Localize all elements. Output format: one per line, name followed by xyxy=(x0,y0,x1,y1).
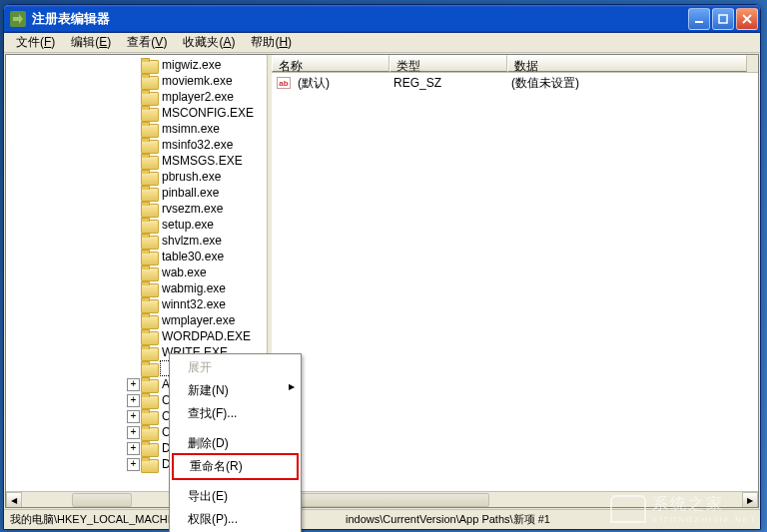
tree-label: pinball.exe xyxy=(160,186,221,200)
expander-plus-icon[interactable]: + xyxy=(127,394,140,407)
tree-item[interactable]: migwiz.exe xyxy=(6,57,267,73)
folder-icon xyxy=(141,202,157,216)
tree-item[interactable]: rvsezm.exe xyxy=(6,201,267,217)
tree-label: winnt32.exe xyxy=(160,297,228,311)
tree-item[interactable]: wab.exe xyxy=(6,265,267,280)
regedit-icon xyxy=(10,11,26,27)
svg-rect-1 xyxy=(719,15,727,23)
context-menu-item[interactable]: 导出(E) xyxy=(172,485,299,508)
tree-item[interactable]: shvlzm.exe xyxy=(6,233,267,249)
menu-帮助[interactable]: 帮助(H) xyxy=(243,32,300,53)
folder-icon xyxy=(141,58,157,72)
folder-icon xyxy=(141,297,157,311)
column-header[interactable]: 类型 xyxy=(389,55,507,72)
folder-icon xyxy=(141,138,157,152)
list-pane: 名称类型数据 ab(默认)REG_SZ(数值未设置) ◀ ▶ xyxy=(272,55,758,507)
tree-label: wmplayer.exe xyxy=(160,313,237,327)
tree-item[interactable]: wabmig.exe xyxy=(6,280,267,296)
tree-item[interactable]: WORDPAD.EXE xyxy=(6,328,267,344)
list-body[interactable]: ab(默认)REG_SZ(数值未设置) xyxy=(272,73,758,491)
tree-item[interactable]: MSMSGS.EXE xyxy=(6,153,267,169)
window-title: 注册表编辑器 xyxy=(32,10,688,28)
column-header[interactable]: 名称 xyxy=(272,55,389,72)
tree-label: table30.exe xyxy=(160,250,226,264)
column-header[interactable]: 数据 xyxy=(507,55,747,72)
minimize-button[interactable] xyxy=(688,8,710,30)
tree-label: mplayer2.exe xyxy=(160,90,236,104)
context-menu-item[interactable]: 重命名(R) xyxy=(174,455,297,478)
folder-icon xyxy=(141,122,157,136)
folder-icon xyxy=(141,361,157,375)
statusbar: 我的电脑\HKEY_LOCAL_MACHINE indows\CurrentVe… xyxy=(4,509,760,529)
context-menu-item[interactable]: 新建(N) xyxy=(172,379,299,402)
list-h-scrollbar[interactable]: ◀ ▶ xyxy=(272,491,758,507)
folder-icon xyxy=(141,393,157,407)
menu-文件[interactable]: 文件(F) xyxy=(8,32,63,53)
scroll-thumb[interactable] xyxy=(290,493,489,507)
folder-icon xyxy=(141,313,157,327)
expander-plus-icon[interactable]: + xyxy=(127,426,140,439)
value-type: REG_SZ xyxy=(390,76,508,90)
tree-item[interactable]: moviemk.exe xyxy=(6,73,267,89)
tree-item[interactable]: msinfo32.exe xyxy=(6,137,267,153)
expander-plus-icon[interactable]: + xyxy=(127,378,140,391)
context-menu-item[interactable]: 查找(F)... xyxy=(172,402,299,425)
folder-icon xyxy=(141,74,157,88)
expander-plus-icon[interactable]: + xyxy=(127,442,140,455)
status-path-right: indows\CurrentVersion\App Paths\新项 #1 xyxy=(346,512,550,527)
scroll-thumb[interactable] xyxy=(72,493,132,507)
folder-icon xyxy=(141,281,157,295)
close-button[interactable] xyxy=(736,8,758,30)
folder-icon xyxy=(141,441,157,455)
tree-label: migwiz.exe xyxy=(160,58,223,72)
context-menu-item[interactable]: 权限(P)... xyxy=(172,508,299,531)
expander-plus-icon[interactable]: + xyxy=(127,410,140,423)
context-menu-item[interactable]: 删除(D) xyxy=(172,432,299,455)
titlebar[interactable]: 注册表编辑器 xyxy=(4,5,760,33)
tree-item[interactable]: table30.exe xyxy=(6,249,267,265)
folder-icon xyxy=(141,90,157,104)
folder-icon xyxy=(141,186,157,200)
svg-rect-0 xyxy=(695,21,703,23)
tree-item[interactable]: pbrush.exe xyxy=(6,169,267,185)
folder-icon xyxy=(141,345,157,359)
menu-查看[interactable]: 查看(V) xyxy=(119,32,175,53)
folder-icon xyxy=(141,250,157,264)
folder-icon xyxy=(141,377,157,391)
tree-label: MSCONFIG.EXE xyxy=(160,106,256,120)
maximize-button[interactable] xyxy=(712,8,734,30)
value-name: (默认) xyxy=(295,75,390,92)
status-path-left: 我的电脑\HKEY_LOCAL_MACHINE xyxy=(10,512,186,527)
menu-separator xyxy=(174,428,297,429)
folder-icon xyxy=(141,154,157,168)
tree-item[interactable]: winnt32.exe xyxy=(6,296,267,312)
folder-icon xyxy=(141,218,157,232)
scroll-left-arrow-icon[interactable]: ◀ xyxy=(6,492,22,507)
scroll-right-arrow-icon[interactable]: ▶ xyxy=(742,492,758,508)
list-header: 名称类型数据 xyxy=(272,55,758,73)
tree-item[interactable]: msimn.exe xyxy=(6,121,267,137)
tree-item[interactable]: pinball.exe xyxy=(6,185,267,201)
highlight-box: 重命名(R) xyxy=(172,453,299,480)
folder-icon xyxy=(141,266,157,279)
tree-label: wabmig.exe xyxy=(160,281,228,295)
tree-item[interactable]: setup.exe xyxy=(6,217,267,233)
menu-编辑[interactable]: 编辑(E) xyxy=(63,32,119,53)
tree-item[interactable]: MSCONFIG.EXE xyxy=(6,105,267,121)
tree-label: msimn.exe xyxy=(160,122,222,136)
registry-editor-window: 注册表编辑器 文件(F)编辑(E)查看(V)收藏夹(A)帮助(H) migwiz… xyxy=(3,4,761,530)
tree-item[interactable]: mplayer2.exe xyxy=(6,89,267,105)
tree-label: setup.exe xyxy=(160,218,216,232)
tree-label: pbrush.exe xyxy=(160,170,223,184)
context-menu[interactable]: 展开新建(N)查找(F)...删除(D)重命名(R)导出(E)权限(P)...复… xyxy=(169,353,302,532)
tree-label: wab.exe xyxy=(160,266,209,279)
folder-icon xyxy=(141,409,157,423)
window-buttons xyxy=(688,8,758,30)
tree-label: MSMSGS.EXE xyxy=(160,154,245,168)
tree-item[interactable]: wmplayer.exe xyxy=(6,312,267,328)
tree-label: msinfo32.exe xyxy=(160,138,235,152)
menu-收藏夹[interactable]: 收藏夹(A) xyxy=(175,32,243,53)
list-row[interactable]: ab(默认)REG_SZ(数值未设置) xyxy=(272,75,758,91)
content-area: migwiz.exemoviemk.exemplayer2.exeMSCONFI… xyxy=(5,54,759,508)
expander-plus-icon[interactable]: + xyxy=(127,458,140,471)
